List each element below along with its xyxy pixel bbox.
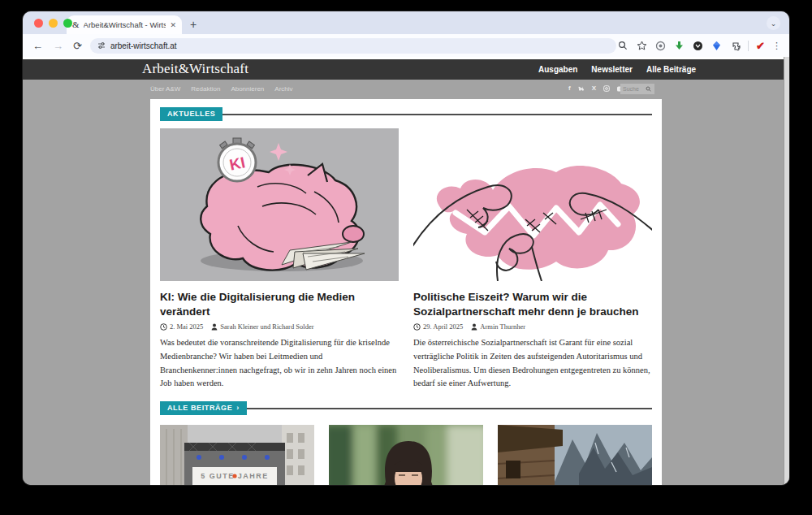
article-image-austria-map-illustration[interactable] — [413, 128, 652, 281]
content-area: AKTUELLES — [150, 99, 662, 485]
close-window-button[interactable] — [34, 19, 43, 28]
zoom-page-icon[interactable] — [617, 40, 628, 51]
thumbnail-fpoe-rally[interactable]: 5 GUTE JAHRE FP — [160, 425, 314, 485]
article-meta: 2. Mai 2025 Sarah Kleiner und Richard So… — [160, 322, 399, 331]
section-rule — [247, 408, 652, 409]
toolbar-divider — [748, 41, 749, 51]
target-extension-icon[interactable] — [654, 40, 666, 51]
article-card-sozialpartnerschaft[interactable]: Politische Eiszeit? Warum wir die Sozial… — [413, 128, 652, 391]
alle-beitraege-label[interactable]: ALLE BEITRÄGE › — [160, 401, 247, 415]
article-meta: 29. April 2025 Armin Thurnher — [413, 322, 652, 331]
social-icons: f X — [568, 85, 624, 92]
article-thumbnails: 5 GUTE JAHRE FP — [160, 425, 652, 485]
x-icon[interactable]: X — [592, 85, 596, 92]
blue-extension-icon[interactable] — [710, 40, 722, 51]
tab-strip: & Arbeit&Wirtschaft - Wirtscha ✕ + ⌄ — [23, 11, 789, 34]
minimize-window-button[interactable] — [49, 19, 58, 28]
thumbnail-alpine-pink-robot[interactable] — [498, 425, 652, 485]
section-rule — [222, 114, 652, 115]
chevron-right-icon: › — [236, 405, 240, 412]
new-tab-button[interactable]: + — [190, 19, 197, 34]
subnav-item-ueber-aw[interactable]: Über A&W — [150, 85, 180, 93]
aktuelles-section-header: AKTUELLES — [160, 107, 652, 121]
site-header: Arbeit&Wirtschaft Ausgaben Newsletter Al… — [23, 59, 789, 80]
author-icon — [471, 323, 477, 331]
article-title[interactable]: KI: Wie die Digitalisierung die Medien v… — [160, 290, 399, 318]
subnav-item-archiv[interactable]: Archiv — [274, 85, 292, 93]
download-extension-icon[interactable] — [673, 40, 685, 51]
subnav-item-redaktion[interactable]: Redaktion — [191, 85, 220, 93]
subnav-item-abonnieren[interactable]: Abonnieren — [231, 85, 264, 93]
browser-toolbar: ← → ⟳ arbeit-wirtschaft.at — [23, 34, 789, 57]
nav-item-ausgaben[interactable]: Ausgaben — [538, 65, 577, 74]
window-controls — [34, 19, 72, 28]
reload-icon[interactable]: ⟳ — [73, 41, 82, 51]
scrollbar[interactable] — [784, 57, 789, 485]
extensions-puzzle-icon[interactable] — [729, 40, 741, 51]
site-favicon: & — [72, 20, 80, 29]
article-authors: Armin Thurnher — [480, 322, 525, 331]
clock-icon — [160, 323, 167, 331]
page-viewport: Arbeit&Wirtschaft Ausgaben Newsletter Al… — [23, 57, 789, 485]
bluesky-icon[interactable] — [578, 86, 585, 92]
article-card-ki-medien[interactable]: KI KI: Wie die Digitalisierung die Medie… — [160, 128, 399, 391]
back-icon[interactable]: ← — [32, 41, 43, 51]
secondary-nav-links: Über A&W Redaktion Abonnieren Archiv — [150, 85, 293, 93]
article-image-pig-illustration[interactable]: KI — [160, 128, 399, 281]
alle-beitraege-section-header: ALLE BEITRÄGE › — [160, 401, 652, 415]
site-logo[interactable]: Arbeit&Wirtschaft — [142, 61, 248, 77]
address-bar[interactable]: arbeit-wirtschaft.at — [90, 38, 616, 54]
thumbnail-woman-red-jacket[interactable] — [329, 425, 483, 485]
checkmark-extension-icon[interactable]: ✔ — [756, 40, 765, 52]
nav-item-newsletter[interactable]: Newsletter — [591, 65, 633, 74]
toolbar-icons: ✔ ⋮ — [617, 40, 781, 52]
author-icon — [211, 323, 218, 331]
zoom-window-button[interactable] — [63, 19, 72, 28]
browser-window: & Arbeit&Wirtschaft - Wirtscha ✕ + ⌄ ← →… — [23, 11, 789, 485]
tab-close-icon[interactable]: ✕ — [170, 21, 176, 29]
article-date: 29. April 2025 — [423, 322, 463, 331]
tab-list-chevron-icon[interactable]: ⌄ — [767, 16, 780, 30]
site-settings-icon[interactable] — [97, 38, 106, 53]
article-excerpt: Was bedeutet die voranschreitende Digita… — [160, 336, 399, 391]
featured-articles: KI KI: Wie die Digitalisierung die Medie… — [160, 128, 652, 391]
secondary-nav: Über A&W Redaktion Abonnieren Archiv f X — [23, 80, 789, 99]
kebab-menu-icon[interactable]: ⋮ — [772, 41, 781, 51]
site-search[interactable] — [620, 84, 654, 94]
instagram-icon[interactable] — [603, 85, 610, 92]
clock-icon — [413, 323, 421, 331]
url-text: arbeit-wirtschaft.at — [110, 41, 177, 50]
nav-item-alle-beitraege[interactable]: Alle Beiträge — [646, 65, 696, 74]
main-nav: Ausgaben Newsletter Alle Beiträge — [538, 65, 696, 74]
tab-title: Arbeit&Wirtschaft - Wirtscha — [84, 20, 166, 29]
facebook-icon[interactable]: f — [568, 85, 571, 92]
browser-tab[interactable]: & Arbeit&Wirtschaft - Wirtscha ✕ — [67, 15, 182, 34]
dark-circle-extension-icon[interactable] — [692, 40, 703, 51]
forward-icon[interactable]: → — [53, 41, 63, 51]
article-excerpt: Die österreichische Sozialpartnerschaft … — [413, 336, 652, 391]
search-input[interactable] — [623, 86, 644, 92]
article-authors: Sarah Kleiner und Richard Solder — [220, 322, 313, 331]
alle-beitraege-text: ALLE BEITRÄGE — [167, 405, 232, 412]
aktuelles-label[interactable]: AKTUELLES — [160, 107, 222, 121]
article-date: 2. Mai 2025 — [170, 322, 203, 331]
bookmark-star-icon[interactable] — [636, 40, 647, 51]
search-icon[interactable] — [646, 86, 651, 92]
article-title[interactable]: Politische Eiszeit? Warum wir die Sozial… — [413, 290, 652, 318]
